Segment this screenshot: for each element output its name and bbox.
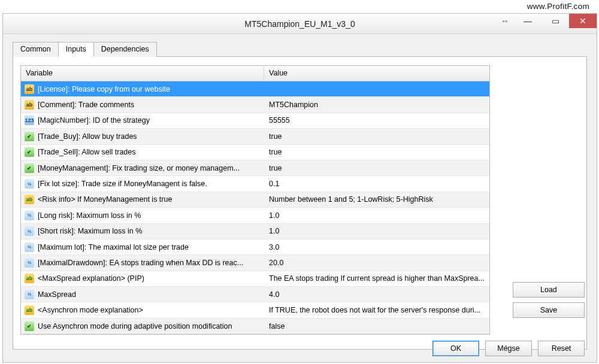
tab-inputs[interactable]: Inputs (58, 42, 94, 57)
cell-value[interactable]: 55555 (264, 116, 489, 125)
col-value[interactable]: Value (264, 66, 489, 81)
minimize-button[interactable]: — (514, 14, 541, 28)
string-icon: ab (25, 274, 34, 283)
variable-label: [Long risk]: Maximum loss in % (38, 211, 141, 220)
cell-variable: ✔[Trade_Sell]: Allow sell trades (21, 147, 264, 157)
table-row[interactable]: ½[Maximum lot]: The maximal lot size per… (21, 239, 489, 255)
cell-variable: ✔[Trade_Buy]: Allow buy trades (21, 132, 264, 141)
cell-value[interactable]: 0.1 (264, 180, 489, 188)
string-icon: ab (25, 84, 34, 94)
table-body: ab[License]: Please copy from our websit… (21, 81, 489, 334)
table-row[interactable]: ab<Asynchron mode explanation>If TRUE, t… (21, 302, 489, 318)
bool-icon: ✔ (25, 321, 34, 331)
cell-value[interactable]: false (264, 322, 489, 330)
int-icon: 123 (25, 116, 34, 125)
variable-label: [License]: Please copy from our website (38, 85, 170, 93)
table-header: Variable Value (21, 66, 489, 81)
cell-value[interactable]: 1.0 (264, 227, 489, 235)
table-row[interactable]: ab[Comment]: Trade commentsMT5Champion (21, 97, 489, 113)
cell-value[interactable]: Number between 1 and 5; 1-LowRisk; 5-Hig… (264, 195, 489, 204)
table-row[interactable]: ✔[Trade_Sell]: Allow sell tradestrue (21, 145, 489, 160)
dialog-window: MT5Champion_EU_M1_v3_0 ↔ — ▭ ✕ Common In… (2, 13, 597, 363)
cell-variable: ✔[MoneyManagement]: Fix trading size, or… (21, 163, 264, 173)
cell-variable: ab<Risk info> If MoneyManagement is true (21, 195, 264, 204)
double-icon: ½ (25, 179, 34, 189)
double-icon: ½ (25, 211, 34, 220)
double-icon: ½ (25, 226, 34, 236)
double-icon: ½ (25, 258, 34, 268)
table-row[interactable]: ½[Fix lot size]: Trade size if MoneyMana… (21, 176, 489, 192)
cell-variable: ab<MaxSpread explanation> (PIP) (21, 274, 264, 283)
cancel-button[interactable]: Mégse (485, 341, 532, 356)
variable-label: [MaximalDrawdown]: EA stops trading when… (38, 259, 243, 267)
save-button[interactable]: Save (513, 302, 585, 318)
cell-value[interactable]: 4.0 (264, 290, 489, 299)
resize-arrow-icon[interactable]: ↔ (496, 14, 514, 28)
variable-label: [Trade_Sell]: Allow sell trades (38, 148, 136, 156)
close-button[interactable]: ✕ (569, 14, 597, 28)
inputs-table[interactable]: Variable Value ab[License]: Please copy … (20, 65, 490, 335)
variable-label: [Maximum lot]: The maximal lot size per … (38, 243, 189, 251)
cell-variable: ½[Maximum lot]: The maximal lot size per… (21, 242, 264, 252)
col-variable[interactable]: Variable (21, 66, 264, 81)
string-icon: ab (25, 100, 34, 110)
cell-value[interactable]: true (264, 164, 489, 172)
tab-dependencies[interactable]: Dependencies (93, 42, 157, 57)
titlebar: MT5Champion_EU_M1_v3_0 ↔ — ▭ ✕ (3, 14, 597, 34)
reset-button[interactable]: Reset (538, 341, 585, 356)
cell-variable: ½[Short risk]: Maximum loss in % (21, 226, 264, 236)
cell-variable: ✔Use Asynchron mode during adaptive posi… (21, 321, 264, 331)
cell-variable: ab[License]: Please copy from our websit… (21, 84, 264, 94)
table-row[interactable]: ✔Use Asynchron mode during adaptive posi… (21, 318, 489, 334)
table-row[interactable]: ✔[Trade_Buy]: Allow buy tradestrue (21, 129, 489, 144)
table-row[interactable]: ab<MaxSpread explanation> (PIP)The EA st… (21, 271, 489, 287)
bool-icon: ✔ (25, 132, 34, 141)
table-row[interactable]: ab[License]: Please copy from our websit… (21, 81, 489, 97)
double-icon: ½ (25, 290, 34, 299)
variable-label: [MagicNumber]: ID of the strategy (38, 116, 150, 125)
table-row[interactable]: ½[Long risk]: Maximum loss in %1.0 (21, 208, 489, 223)
tabstrip: Common Inputs Dependencies (13, 41, 597, 56)
ok-button[interactable]: OK (432, 341, 479, 356)
variable-label: [MoneyManagement]: Fix trading size, or … (38, 164, 240, 172)
table-row[interactable]: ½[MaximalDrawdown]: EA stops trading whe… (21, 255, 489, 271)
cell-value[interactable]: 3.0 (264, 243, 489, 251)
cell-value[interactable]: 20.0 (264, 259, 489, 267)
window-controls: ↔ — ▭ ✕ (496, 14, 597, 28)
maximize-button[interactable]: ▭ (541, 14, 569, 28)
table-row[interactable]: ½MaxSpread4.0 (21, 287, 489, 302)
string-icon: ab (25, 195, 34, 204)
cell-value[interactable]: true (264, 148, 489, 156)
load-button[interactable]: Load (513, 282, 585, 298)
cell-variable: ab<Asynchron mode explanation> (21, 305, 264, 315)
variable-label: <Risk info> If MoneyManagement is true (38, 195, 172, 204)
side-buttons: Load Save (513, 282, 585, 318)
variable-label: MaxSpread (38, 290, 76, 299)
cell-variable: ab[Comment]: Trade comments (21, 100, 264, 110)
tab-common[interactable]: Common (13, 42, 59, 57)
watermark: www.ProfitF.com (527, 2, 589, 11)
cell-value[interactable]: The EA stops trading If current spread i… (264, 274, 489, 283)
variable-label: [Short risk]: Maximum loss in % (38, 227, 142, 235)
table-row[interactable]: 123[MagicNumber]: ID of the strategy5555… (21, 113, 489, 129)
double-icon: ½ (25, 242, 34, 252)
cell-value[interactable]: MT5Champion (264, 101, 489, 109)
dialog-buttons: OK Mégse Reset (432, 341, 585, 356)
table-row[interactable]: ✔[MoneyManagement]: Fix trading size, or… (21, 160, 489, 176)
variable-label: [Comment]: Trade comments (38, 101, 134, 109)
cell-value[interactable]: 1.0 (264, 211, 489, 220)
cell-variable: ½MaxSpread (21, 290, 264, 299)
variable-label: <Asynchron mode explanation> (38, 306, 143, 314)
variable-label: Use Asynchron mode during adaptive posit… (38, 322, 232, 330)
cell-value[interactable]: If TRUE, the robot does not wait for the… (264, 306, 489, 314)
bool-icon: ✔ (25, 163, 34, 173)
variable-label: [Fix lot size]: Trade size if MoneyManag… (38, 180, 207, 188)
table-row[interactable]: ab<Risk info> If MoneyManagement is true… (21, 192, 489, 208)
cell-variable: ½[Fix lot size]: Trade size if MoneyMana… (21, 179, 264, 189)
variable-label: <MaxSpread explanation> (PIP) (38, 274, 144, 283)
tab-panel: Variable Value ab[License]: Please copy … (13, 56, 587, 350)
cell-value[interactable]: true (264, 132, 489, 141)
cell-variable: 123[MagicNumber]: ID of the strategy (21, 116, 264, 125)
cell-variable: ½[Long risk]: Maximum loss in % (21, 211, 264, 220)
table-row[interactable]: ½[Short risk]: Maximum loss in %1.0 (21, 224, 489, 239)
